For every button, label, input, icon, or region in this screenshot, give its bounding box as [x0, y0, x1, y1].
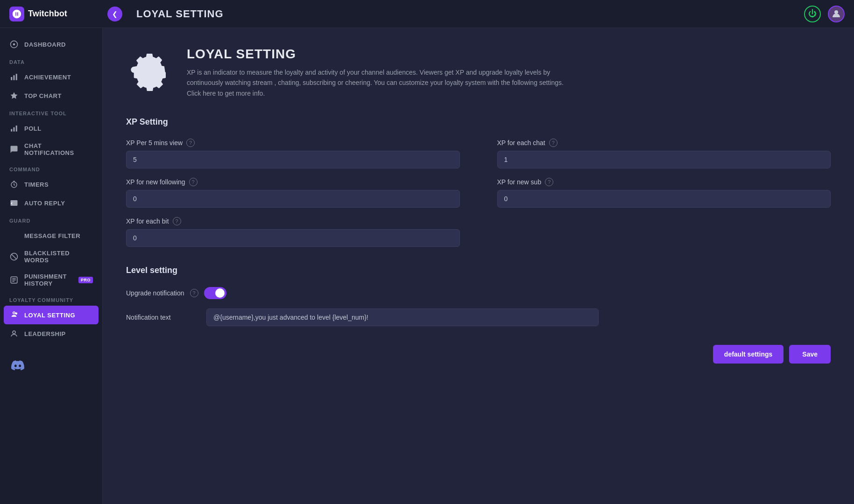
page-heading: LOYAL SETTING	[187, 47, 570, 62]
sidebar-item-blacklisted-words[interactable]: BLACKLISTED WORDS	[0, 245, 102, 268]
svg-line-11	[12, 254, 17, 259]
save-button[interactable]: Save	[789, 345, 831, 364]
sidebar-item-auto-reply[interactable]: AUTO REPLY	[0, 194, 102, 212]
achievement-icon	[9, 72, 19, 82]
message-filter-icon	[9, 231, 19, 240]
page-header-text: LOYAL SETTING XP is an indicator to meas…	[187, 47, 570, 98]
xp-new-following-label: XP for new following	[126, 178, 185, 186]
page-header: LOYAL SETTING XP is an indicator to meas…	[126, 47, 831, 98]
header-gear-icon	[126, 47, 173, 93]
sidebar-item-label: PUNISHMENT HISTORY	[24, 273, 71, 287]
power-button[interactable]: ⏻	[804, 6, 821, 22]
svg-point-2	[13, 43, 15, 46]
svg-point-16	[15, 312, 18, 315]
content-area: LOYAL SETTING XP is an indicator to meas…	[103, 28, 854, 504]
footer-buttons: default settings Save	[126, 345, 831, 364]
avatar[interactable]	[828, 6, 845, 22]
notification-text-label: Notification text	[126, 314, 201, 321]
sidebar-item-message-filter[interactable]: MESSAGE FILTER	[0, 226, 102, 245]
notification-text-row: Notification text	[126, 308, 831, 326]
xp-each-chat-input[interactable]	[497, 151, 831, 168]
svg-rect-6	[11, 129, 12, 132]
sidebar-item-dashboard[interactable]: DASHBOARD	[0, 35, 102, 54]
leadership-icon	[9, 329, 19, 338]
xp-per-5-mins-help[interactable]: ?	[186, 139, 195, 147]
sidebar-item-loyal-setting[interactable]: LOYAL SETTING	[4, 306, 99, 324]
logo-icon	[9, 7, 24, 21]
punishment-history-icon	[9, 275, 19, 285]
svg-point-0	[834, 10, 838, 14]
xp-field-each-chat: XP for each chat ?	[497, 139, 831, 168]
topbar: Twitchbot ❮ LOYAL SETTING ⏻	[0, 0, 854, 28]
section-label-data: Data	[0, 54, 102, 68]
xp-new-following-help[interactable]: ?	[189, 178, 198, 186]
logo: Twitchbot	[9, 7, 103, 21]
sidebar: DASHBOARD Data ACHIEVEMENT TOP CHART Int…	[0, 28, 103, 504]
pro-badge: PRO	[78, 277, 93, 283]
chat-notifications-icon	[9, 145, 19, 154]
svg-rect-4	[14, 75, 15, 80]
notification-text-input[interactable]	[206, 308, 599, 326]
xp-field-new-sub: XP for new sub ?	[497, 178, 831, 208]
svg-rect-7	[14, 127, 15, 132]
sidebar-item-label: ACHIEVEMENT	[24, 74, 71, 81]
sidebar-item-label: MESSAGE FILTER	[24, 232, 80, 239]
svg-rect-8	[16, 126, 17, 132]
sidebar-item-leadership[interactable]: LEADERSHIP	[0, 324, 102, 343]
xp-per-5-mins-input[interactable]	[126, 151, 460, 168]
sidebar-item-label: TIMERS	[24, 181, 49, 188]
main-layout: DASHBOARD Data ACHIEVEMENT TOP CHART Int…	[0, 28, 854, 504]
sidebar-item-label: BLACKLISTED WORDS	[24, 250, 93, 264]
page-title: LOYAL SETTING	[136, 8, 804, 20]
svg-point-17	[13, 331, 15, 334]
sidebar-item-chat-notifications[interactable]: CHAT NOTIFICATIONS	[0, 138, 102, 161]
xp-new-sub-help[interactable]: ?	[545, 178, 553, 186]
sidebar-item-label: DASHBOARD	[24, 41, 66, 48]
dashboard-icon	[9, 40, 19, 49]
timers-icon	[9, 180, 19, 189]
sidebar-item-punishment-history[interactable]: PUNISHMENT HISTORY PRO	[0, 268, 102, 292]
xp-settings-grid: XP Per 5 mins view ? XP for each chat ? …	[126, 139, 831, 247]
xp-new-sub-label: XP for new sub	[497, 178, 542, 186]
blacklisted-words-icon	[9, 252, 19, 261]
sidebar-item-label: LOYAL SETTING	[24, 312, 75, 319]
section-label-loyalty: LOYALTY COMMUNITY	[0, 292, 102, 306]
level-setting-section: Level setting Upgrade notification ? Not…	[126, 266, 831, 326]
sidebar-item-top-chart[interactable]: TOP CHART	[0, 86, 102, 105]
sidebar-item-label: TOP CHART	[24, 92, 62, 99]
discord-button[interactable]	[9, 357, 26, 374]
discord-section	[0, 343, 102, 378]
xp-new-sub-input[interactable]	[497, 190, 831, 208]
xp-each-chat-help[interactable]: ?	[549, 139, 558, 147]
default-settings-button[interactable]: default settings	[713, 345, 783, 364]
xp-each-bit-input[interactable]	[126, 229, 460, 247]
section-label-guard: Guard	[0, 212, 102, 226]
poll-icon	[9, 124, 19, 133]
sidebar-item-label: LEADERSHIP	[24, 330, 66, 337]
xp-field-each-bit: XP for each bit ?	[126, 217, 460, 247]
sidebar-item-achievement[interactable]: ACHIEVEMENT	[0, 68, 102, 86]
xp-each-bit-label: XP for each bit	[126, 217, 169, 225]
xp-field-per-5-mins: XP Per 5 mins view ?	[126, 139, 460, 168]
upgrade-notification-help[interactable]: ?	[190, 289, 198, 297]
sidebar-collapse-button[interactable]: ❮	[107, 7, 122, 21]
xp-new-following-input[interactable]	[126, 190, 460, 208]
loyal-setting-icon	[9, 310, 19, 320]
upgrade-notification-toggle[interactable]	[204, 287, 226, 299]
section-label-interactive: Interactive tool	[0, 105, 102, 119]
xp-per-5-mins-label: XP Per 5 mins view	[126, 139, 183, 147]
topbar-right: ⏻	[804, 6, 845, 22]
power-icon: ⏻	[808, 9, 817, 19]
svg-rect-5	[16, 74, 17, 80]
logo-text: Twitchbot	[28, 9, 67, 19]
upgrade-notification-row: Upgrade notification ?	[126, 287, 831, 299]
svg-rect-3	[11, 77, 12, 80]
top-chart-icon	[9, 91, 19, 100]
section-label-command: Command	[0, 161, 102, 175]
upgrade-notification-label: Upgrade notification	[126, 289, 184, 297]
sidebar-item-timers[interactable]: TIMERS	[0, 175, 102, 194]
auto-reply-icon	[9, 198, 19, 208]
xp-section-title: XP Setting	[126, 117, 831, 127]
sidebar-item-poll[interactable]: POLL	[0, 119, 102, 138]
xp-each-bit-help[interactable]: ?	[173, 217, 181, 225]
